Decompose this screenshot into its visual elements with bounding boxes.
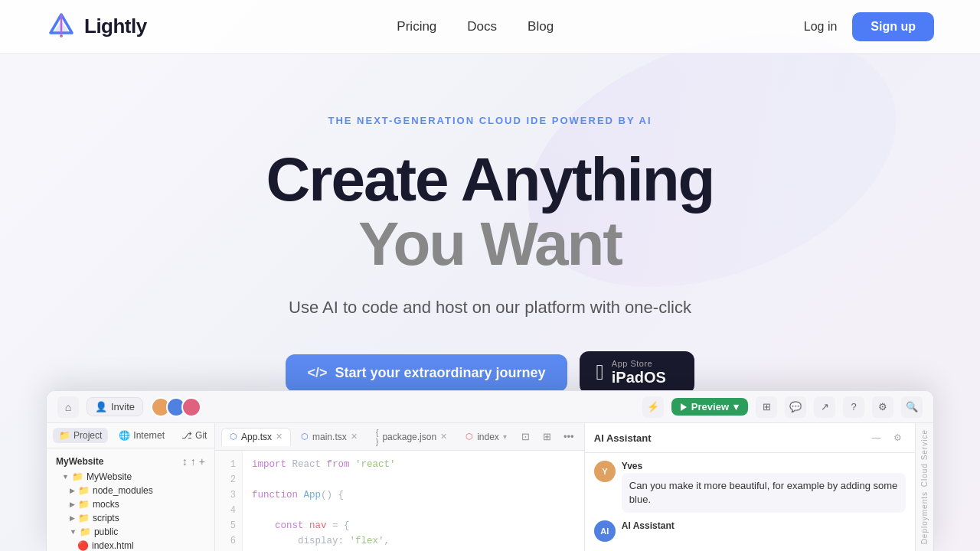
hero-cta-group: </> Start your extraordinary journey  A… [286,351,694,394]
tree-item-index-html[interactable]: 🔴 index.html [51,539,210,551]
ide-right-edge: Cloud Service Deployments [915,423,933,551]
folder-icon: 📁 [78,499,90,510]
ide-editor: ⬡ App.tsx ✕ ⬡ main.tsx ✕ { } package.jso… [215,423,584,551]
nav-docs[interactable]: Docs [467,19,497,34]
ide-code-area[interactable]: 1 2 3 4 5 6 7 import React from 'react' … [215,451,584,551]
split-view-icon[interactable]: ⊡ [517,428,535,446]
logo-link[interactable]: Lightly [46,11,147,42]
ide-topbar: ⌂ 👤 Invite ⚡ Preview ▾ ⊞ 💬 ↗ ? ⚙ 🔍 [47,391,933,423]
project-header: MyWebsite ↕ ↑ + [51,453,210,470]
avatar-3 [181,397,201,417]
chevron-icon: ▼ [62,473,69,481]
chevron-icon: ▶ [70,487,75,494]
editor-tab-index[interactable]: ⬡ index ▾ [457,428,515,446]
tree-add-icon[interactable]: + [199,455,205,468]
start-journey-button[interactable]: </> Start your extraordinary journey [286,354,567,392]
login-button[interactable]: Log in [804,20,838,34]
tab-close-icon[interactable]: ✕ [440,432,447,442]
ide-ai-panel: AI Assistant — ⚙ Y Yves Can you make it … [584,423,916,551]
hero-section: THE NEXT-GENERATION CLOUD IDE POWERED BY… [0,54,980,394]
more-options-icon[interactable]: ••• [560,428,578,446]
chevron-down-icon: ▾ [733,401,739,412]
ide-share-btn-icon[interactable]: ↗ [814,396,835,418]
ide-main-area: 📁 Project 🌐 Internet ⎇ Git ⟫ MyWebsite [47,423,933,551]
folder-icon: 📁 [78,485,90,496]
ai-panel-actions: — ⚙ [867,429,906,446]
deployments-label: Deployments [920,491,929,544]
tsx-icon: ⬡ [230,432,237,442]
appstore-button[interactable]:  App Store iPadOS [580,351,694,394]
folder-icon: 📁 [80,527,91,537]
tree-item-public[interactable]: ▼ 📁 public [51,525,210,539]
chevron-icon: ▾ [503,432,507,441]
grid-view-icon[interactable]: ⊞ [538,428,557,446]
svg-point-3 [60,34,63,37]
ide-settings-icon[interactable]: ⚙ [872,396,893,418]
ai-user-message-bubble: Yves Can you make it more beautiful, for… [622,461,906,513]
ai-panel-header: AI Assistant — ⚙ [585,423,916,453]
ai-settings-icon[interactable]: ⚙ [889,429,906,446]
ai-message-assistant: AI AI Assistant [594,520,906,542]
tsx-icon: ⬡ [301,432,309,442]
ide-sidebar-tabs: 📁 Project 🌐 Internet ⎇ Git ⟫ [47,423,214,448]
appstore-text: App Store iPadOS [612,359,666,386]
nav-actions: Log in Sign up [804,12,934,41]
ide-search-topbar-icon[interactable]: 🔍 [901,396,923,418]
tree-upload-icon[interactable]: ↑ [191,455,196,468]
editor-tab-main-tsx[interactable]: ⬡ main.tsx ✕ [292,428,366,446]
ai-assistant-message-bubble: AI Assistant [622,520,675,533]
ide-sidebar: 📁 Project 🌐 Internet ⎇ Git ⟫ MyWebsite [47,423,215,551]
signup-button[interactable]: Sign up [852,12,934,41]
ide-layout-icon[interactable]: ⊞ [756,396,777,418]
navbar: Lightly Pricing Docs Blog Log in Sign up [0,0,980,54]
editor-tab-package-json[interactable]: { } package.json ✕ [368,424,456,450]
nav-links: Pricing Docs Blog [397,19,554,34]
globe-icon: 🌐 [119,430,130,441]
tree-actions: ↕ ↑ + [182,455,205,468]
hero-tagline: THE NEXT-GENERATION CLOUD IDE POWERED BY… [328,115,652,126]
tree-item-mocks[interactable]: ▶ 📁 mocks [51,497,210,511]
editor-tab-actions: ⊡ ⊞ ••• [517,428,578,446]
sidebar-tab-git[interactable]: ⎇ Git [175,428,213,443]
chevron-icon: ▼ [70,528,77,536]
brand-name: Lightly [84,15,147,38]
sidebar-tab-project[interactable]: 📁 Project [53,428,108,443]
ai-minimize-button[interactable]: — [867,429,884,446]
play-icon [681,403,687,411]
ide-help-icon[interactable]: ? [843,396,864,418]
code-content[interactable]: import React from 'react' function App()… [243,451,584,551]
ide-chat-icon[interactable]: 💬 [785,396,806,418]
ide-preview-button[interactable]: Preview ▾ [671,398,748,416]
html-icon: ⬡ [466,432,473,442]
cloud-service-label: Cloud Service [920,429,929,487]
ide-share-icon[interactable]: ⚡ [642,396,664,418]
nav-blog[interactable]: Blog [528,19,554,34]
ai-message-user: Y Yves Can you make it more beautiful, f… [594,461,906,513]
ide-avatars [151,397,201,417]
tree-item-scripts[interactable]: ▶ 📁 scripts [51,511,210,525]
sidebar-tab-internet[interactable]: 🌐 Internet [113,428,171,443]
tree-item-node-modules[interactable]: ▶ 📁 node_modules [51,484,210,497]
ide-home-button[interactable]: ⌂ [57,396,79,418]
tab-close-icon[interactable]: ✕ [276,432,283,442]
editor-tab-app-tsx[interactable]: ⬡ App.tsx ✕ [221,428,291,446]
user-avatar: Y [594,461,616,482]
nav-pricing[interactable]: Pricing [397,19,436,34]
tree-sort-icon[interactable]: ↕ [182,455,188,468]
ide-invite-button[interactable]: 👤 Invite [87,397,143,416]
ide-topbar-left: ⌂ 👤 Invite [57,396,201,418]
folder-icon: 📁 [59,430,70,441]
hero-title: Create Anything You Want [266,148,714,276]
html-file-icon: 🔴 [77,540,89,551]
ide-file-tree: MyWebsite ↕ ↑ + ▼ 📁 MyWebsite ▶ 📁 n [47,448,214,551]
json-icon: { } [376,428,379,446]
chevron-icon: ▶ [70,514,75,522]
code-icon: </> [307,365,327,381]
tree-item-mywebsite[interactable]: ▼ 📁 MyWebsite [51,470,210,484]
user-plus-icon: 👤 [95,401,107,412]
logo-icon [46,11,77,42]
apple-icon:  [596,362,604,383]
git-icon: ⎇ [181,430,192,441]
folder-icon: 📁 [78,513,90,523]
tab-close-icon[interactable]: ✕ [351,432,358,442]
